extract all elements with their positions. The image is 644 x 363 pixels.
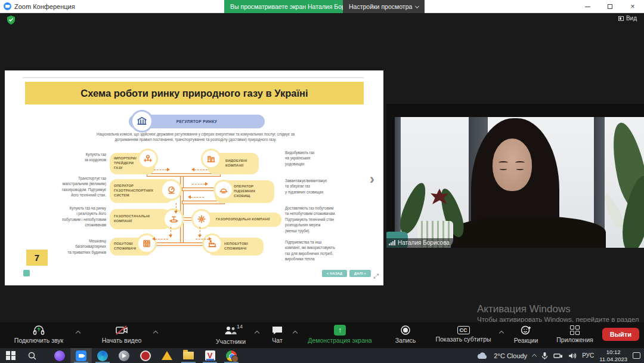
- taskbar-search-button[interactable]: [21, 348, 43, 363]
- slide-back-button[interactable]: < НАЗАД: [322, 270, 347, 277]
- pipe-row2: [147, 173, 221, 177]
- flow-arrow-left-icon: [191, 197, 204, 198]
- taskbar-alice-app[interactable]: [49, 348, 70, 363]
- note-left: Купують газ на ринку і реалізують його п…: [29, 205, 106, 228]
- window-controls: ×: [576, 0, 644, 13]
- participants-label: Участники: [216, 338, 246, 345]
- factory-icon: [203, 150, 219, 167]
- headphones-icon: [32, 325, 45, 336]
- scale-widget-icon[interactable]: [23, 270, 30, 276]
- participant-video[interactable]: Наталия Борисова: [386, 104, 644, 248]
- note-left: Транспортує газ магістральним (великим) …: [29, 176, 106, 198]
- join-audio-button[interactable]: Подключить звук: [4, 325, 74, 344]
- slide-title: Схема роботи ринку природного газу в Укр…: [25, 82, 364, 104]
- system-tray: 2°C Cloudy РУС 10:12 11.04.2023: [476, 349, 644, 363]
- view-settings-dropdown[interactable]: Настройки просмотра: [343, 0, 425, 13]
- zoom-app-icon: [4, 2, 11, 10]
- minimize-button[interactable]: [576, 0, 599, 13]
- regulator-description: Національна комісія, що здійснює державн…: [94, 131, 297, 143]
- person-face: [493, 139, 532, 191]
- file-explorer-icon: [183, 352, 194, 359]
- slide-top-rule: [23, 77, 364, 78]
- slide-next-button[interactable]: ДАЛІ >: [349, 270, 371, 277]
- chat-icon: [271, 325, 283, 336]
- apps-button[interactable]: Приложения: [551, 325, 599, 343]
- flow-arrow-down-icon: [176, 203, 177, 211]
- signal-bars-icon: [389, 240, 395, 245]
- reactions-icon: [521, 325, 531, 336]
- person-eye: [516, 168, 524, 170]
- taskbar-chrome-app[interactable]: [221, 348, 242, 363]
- view-icon: [618, 16, 624, 21]
- clock-date: 11.04.2023: [599, 356, 627, 362]
- taskbar-player-app[interactable]: [113, 348, 135, 363]
- record-button[interactable]: Запись: [389, 325, 422, 344]
- language-indicator[interactable]: РУС: [582, 352, 594, 359]
- note-right: Доставляють газ побутовим та непобутовим…: [285, 205, 369, 233]
- view-settings-label: Настройки просмотра: [349, 3, 412, 10]
- edge-app-icon: [97, 350, 108, 361]
- app-title: Zoom Конференция: [14, 3, 75, 10]
- valve-icon: [140, 150, 156, 167]
- person-eyebrow: [499, 161, 508, 164]
- zoom-taskbar-icon: [76, 350, 86, 361]
- taskbar-edge-app[interactable]: [92, 348, 113, 363]
- participants-chevron-up-icon[interactable]: [255, 331, 259, 336]
- regulator-building-icon: [132, 112, 151, 131]
- person-eyebrow: [515, 161, 525, 164]
- flow-arrow-right-icon: [154, 170, 167, 170]
- apps-label: Приложения: [556, 336, 593, 343]
- action-center-icon[interactable]: [633, 352, 640, 359]
- chevron-down-icon: [415, 4, 419, 8]
- zoom-toolbar: Подключить звук Начать видео 14 Участник…: [0, 322, 644, 348]
- taskbar-red-app[interactable]: [135, 348, 156, 363]
- camera-off-icon: [114, 325, 129, 336]
- resize-icon[interactable]: ⤢: [373, 272, 379, 280]
- storage-dome-icon: [215, 182, 232, 198]
- weather-label[interactable]: 2°C Cloudy: [494, 352, 527, 359]
- tray-chevron-up-icon[interactable]: [532, 354, 537, 359]
- join-audio-label: Подключить звук: [14, 337, 63, 344]
- reactions-button[interactable]: Реакции: [508, 325, 544, 344]
- taskbar-v-app[interactable]: V: [199, 348, 221, 363]
- captions-chevron-up-icon[interactable]: [499, 331, 504, 336]
- flow-arrow-right-icon: [196, 239, 209, 239]
- audio-chevron-up-icon[interactable]: [76, 331, 80, 336]
- share-screen-button[interactable]: ↑ Демонстрация экрана: [298, 325, 382, 344]
- maximize-button[interactable]: [599, 0, 621, 13]
- participants-button[interactable]: 14 Участники: [210, 325, 252, 345]
- player-app-icon: [119, 350, 129, 361]
- close-button[interactable]: ×: [621, 0, 644, 13]
- leave-meeting-button[interactable]: Выйти: [602, 328, 639, 341]
- start-video-button[interactable]: Начать видео: [93, 325, 150, 344]
- taskbar-clock[interactable]: 10:12 11.04.2023: [599, 349, 627, 363]
- industry-icon: [204, 235, 221, 252]
- v-app-icon: V: [205, 350, 215, 361]
- chat-chevron-up-icon[interactable]: [293, 331, 298, 336]
- person-shoulders: [451, 216, 606, 248]
- app-title-group: Zoom Конференция: [0, 2, 75, 10]
- taskbar-explorer-app[interactable]: [178, 348, 199, 363]
- taskbar-yellow-app[interactable]: [156, 348, 178, 363]
- video-chevron-up-icon[interactable]: [153, 331, 158, 336]
- speaker-icon[interactable]: [568, 352, 577, 359]
- security-shield-icon[interactable]: [7, 16, 15, 24]
- taskbar-zoom-app[interactable]: [70, 348, 92, 363]
- participant-name: Наталия Борисова: [398, 239, 450, 246]
- pipe-row5: [153, 242, 212, 246]
- next-slide-arrow[interactable]: ›: [370, 171, 374, 187]
- captions-icon: CC: [457, 326, 470, 334]
- clock-time: 10:12: [606, 349, 621, 355]
- network-icon[interactable]: [553, 352, 563, 359]
- view-button[interactable]: Вид: [618, 15, 637, 21]
- weather-cloud-icon: [476, 352, 488, 359]
- distribution-fan-icon: [193, 211, 210, 227]
- captions-button[interactable]: CC Показать субтитры: [431, 325, 496, 343]
- start-button[interactable]: [0, 348, 21, 363]
- participant-nametag: Наталия Борисова: [386, 238, 454, 248]
- entity-tso-label: ОПЕРАТОР ГАЗОТРАНСПОРТНИХ СИСТЕМ: [110, 182, 169, 200]
- chat-button[interactable]: Чат: [264, 325, 291, 344]
- note-right: Видобувають газ на українських родовищах: [285, 150, 369, 167]
- zoom-meeting-window: Zoom Конференция Вы просматриваете экран…: [0, 0, 644, 363]
- microphone-icon[interactable]: [541, 352, 548, 360]
